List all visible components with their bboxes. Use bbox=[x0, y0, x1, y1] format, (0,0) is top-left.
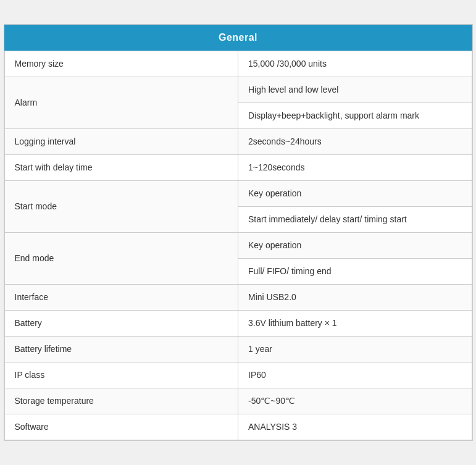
table-row: Battery lifetime 1 year bbox=[4, 337, 472, 362]
row-label: Software bbox=[4, 414, 238, 440]
row-value: 2seconds~24hours bbox=[238, 129, 472, 155]
table-row: Software ANALYSIS 3 bbox=[4, 414, 472, 440]
table-row: Start with delay time 1~120seconds bbox=[4, 155, 472, 181]
row-value: 3.6V lithium battery × 1 bbox=[238, 311, 472, 337]
row-value: Key operation bbox=[238, 181, 472, 207]
row-label: IP class bbox=[4, 362, 238, 388]
table-header: General bbox=[4, 25, 472, 51]
row-label: Storage temperature bbox=[4, 388, 238, 414]
row-label: Logging interval bbox=[4, 129, 238, 155]
table-row: End mode Key operation bbox=[4, 233, 472, 259]
row-label: Battery lifetime bbox=[4, 337, 238, 362]
row-value: 1 year bbox=[238, 337, 472, 362]
row-value: IP60 bbox=[238, 362, 472, 388]
table-row: Battery 3.6V lithium battery × 1 bbox=[4, 311, 472, 337]
row-value: High level and low level bbox=[238, 77, 472, 103]
spec-table: Memory size 15,000 /30,000 units Alarm H… bbox=[4, 51, 472, 440]
row-value: Start immediately/ delay start/ timing s… bbox=[238, 207, 472, 233]
row-label: Battery bbox=[4, 311, 238, 337]
table-row: Alarm High level and low level bbox=[4, 77, 472, 103]
row-value: Mini USB2.0 bbox=[238, 285, 472, 311]
row-label: Memory size bbox=[4, 51, 238, 77]
row-label: Interface bbox=[4, 285, 238, 311]
row-value: Key operation bbox=[238, 233, 472, 259]
table-row: IP class IP60 bbox=[4, 362, 472, 388]
row-value: Full/ FIFO/ timing end bbox=[238, 259, 472, 285]
row-value: 1~120seconds bbox=[238, 155, 472, 181]
row-label: Start with delay time bbox=[4, 155, 238, 181]
row-value: ANALYSIS 3 bbox=[238, 414, 472, 440]
row-label: Alarm bbox=[4, 77, 238, 129]
row-value: Display+beep+backlight, support alarm ma… bbox=[238, 103, 472, 129]
row-value: 15,000 /30,000 units bbox=[238, 51, 472, 77]
table-row: Start mode Key operation bbox=[4, 181, 472, 207]
table-row: Logging interval 2seconds~24hours bbox=[4, 129, 472, 155]
table-row: Storage temperature -50℃~90℃ bbox=[4, 388, 472, 414]
row-label: Start mode bbox=[4, 181, 238, 233]
table-row: Interface Mini USB2.0 bbox=[4, 285, 472, 311]
table-row: Memory size 15,000 /30,000 units bbox=[4, 51, 472, 77]
row-value: -50℃~90℃ bbox=[238, 388, 472, 414]
spec-table-wrapper: General Memory size 15,000 /30,000 units… bbox=[4, 24, 473, 441]
row-label: End mode bbox=[4, 233, 238, 285]
